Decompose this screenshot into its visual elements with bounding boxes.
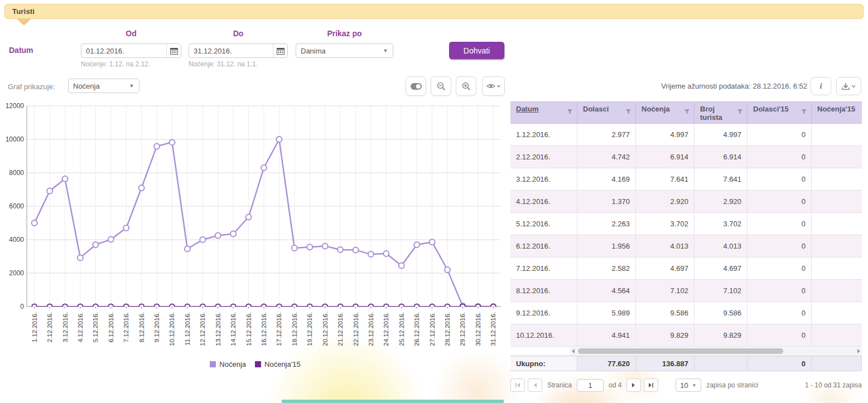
legend-item[interactable]: Noćenja'15 — [255, 360, 301, 368]
table-cell: 10.12.2016. — [510, 324, 577, 347]
svg-text:12000: 12000 — [6, 102, 24, 110]
table-row[interactable]: 8.12.2016.4.5647.1027.1020 — [510, 280, 862, 302]
first-page-button[interactable] — [510, 378, 525, 392]
table-row[interactable]: 1.12.2016.2.9774.9974.9970 — [510, 124, 862, 146]
scrollbar-track[interactable] — [570, 347, 862, 355]
table-row[interactable]: 6.12.2016.1.9564.0134.0130 — [510, 235, 862, 258]
totals-cell — [695, 356, 748, 371]
prikaz-po-value[interactable]: Danima — [296, 47, 378, 55]
legend-item[interactable]: Noćenja — [210, 360, 246, 368]
svg-text:5.12.2016.: 5.12.2016. — [92, 312, 99, 342]
svg-text:0: 0 — [20, 303, 24, 310]
table-row[interactable]: 10.12.2016.4.9419.8299.8290 — [510, 324, 862, 347]
svg-text:18.12.2016.: 18.12.2016. — [291, 312, 298, 346]
filter-funnel-icon[interactable] — [684, 109, 690, 115]
fetch-button[interactable]: Dohvati — [449, 42, 504, 59]
chart-visibility-button[interactable] — [482, 76, 505, 96]
filter-funnel-icon[interactable] — [625, 109, 631, 115]
table-cell: 4.697 — [695, 258, 748, 280]
filter-funnel-icon[interactable] — [737, 109, 743, 115]
chart-toggle-button[interactable] — [406, 76, 426, 96]
column-header-6[interactable]: Noćenja'15 — [812, 102, 862, 123]
svg-text:23.12.2016.: 23.12.2016. — [368, 312, 374, 346]
last-page-button[interactable] — [644, 378, 658, 392]
date-from-field[interactable]: 01.12.2016. — [81, 43, 181, 58]
column-header-2[interactable]: Dolasci — [577, 102, 636, 123]
table-cell: 9.586 — [695, 302, 748, 324]
table-cell: 4.697 — [636, 258, 695, 280]
next-page-button[interactable] — [626, 378, 641, 392]
table-row[interactable]: 3.12.2016.4.1697.6417.6410 — [510, 168, 862, 191]
table-cell — [812, 280, 862, 302]
scroll-right-icon[interactable] — [857, 349, 860, 353]
graf-series-select[interactable]: Noćenja ▼ — [68, 79, 139, 93]
svg-text:1.12.2016.: 1.12.2016. — [31, 312, 38, 342]
table-horizontal-scrollbar[interactable] — [510, 347, 862, 356]
page-number-input[interactable] — [577, 379, 604, 392]
table-cell: 4.941 — [577, 324, 636, 347]
table-row[interactable]: 4.12.2016.1.3702.9202.9200 — [510, 191, 862, 213]
chart-zoom-in-button[interactable] — [456, 76, 476, 96]
date-to-field[interactable]: 31.12.2016. — [189, 43, 288, 58]
table-cell: 0 — [748, 235, 812, 258]
chevron-down-icon[interactable]: ▼ — [124, 79, 139, 93]
table-cell: 0 — [748, 302, 812, 324]
column-header-3[interactable]: Noćenja — [636, 102, 695, 123]
module-header: Turisti — [4, 4, 864, 19]
table-cell: 7.641 — [695, 168, 748, 191]
table-cell — [812, 324, 862, 347]
scroll-left-icon[interactable] — [572, 349, 575, 353]
column-header-4[interactable]: Broj turista — [695, 102, 748, 123]
scrollbar-thumb[interactable] — [578, 348, 783, 354]
table-cell: 2.920 — [636, 191, 695, 213]
column-header-label[interactable]: Noćenja'15 — [817, 105, 855, 113]
table-row[interactable]: 2.12.2016.4.7426.9146.9140 — [510, 146, 862, 168]
svg-text:27.12.2016.: 27.12.2016. — [429, 312, 436, 346]
chevron-down-icon[interactable]: ▼ — [692, 383, 701, 388]
table-row[interactable]: 9.12.2016.5.9899.5869.5860 — [510, 302, 862, 324]
export-button[interactable] — [836, 77, 861, 95]
table-cell: 4.742 — [577, 146, 636, 168]
previous-page-button[interactable] — [528, 378, 542, 392]
info-button[interactable]: i — [811, 77, 831, 95]
table-cell: 4.564 — [577, 280, 636, 302]
page-size-value[interactable]: 10 — [676, 381, 692, 390]
column-header-label[interactable]: Noćenja — [642, 105, 670, 113]
chart-canvas[interactable]: 0200040006000800010000120001.12.2016.2.1… — [6, 101, 505, 359]
legend-label: Noćenja — [219, 360, 246, 368]
prikaz-po-select[interactable]: Danima ▼ — [296, 43, 393, 58]
table-row[interactable]: 7.12.2016.2.5824.6974.6970 — [510, 258, 862, 280]
zoom-in-icon — [462, 82, 471, 91]
date-to-value[interactable]: 31.12.2016. — [189, 47, 273, 55]
filter-funnel-icon[interactable] — [801, 109, 807, 115]
table-cell: 8.12.2016. — [510, 280, 577, 302]
table-cell: 4.013 — [636, 235, 695, 258]
chart-zoom-out-button[interactable] — [431, 76, 451, 96]
table-cell — [812, 235, 862, 258]
page-size-select[interactable]: 10 ▼ — [676, 378, 701, 392]
table-cell — [812, 258, 862, 280]
column-header-label[interactable]: Dolasci — [583, 105, 609, 113]
svg-text:25.12.2016.: 25.12.2016. — [398, 312, 405, 346]
table-cell: 1.956 — [577, 235, 636, 258]
table-row[interactable]: 5.12.2016.2.2633.7023.7020 — [510, 213, 862, 235]
footer-strip — [282, 400, 504, 403]
column-header-label[interactable]: Broj turista — [700, 105, 722, 122]
column-header-label[interactable]: Dolasci'15 — [753, 105, 789, 113]
date-to-calendar-button[interactable] — [273, 44, 287, 57]
column-header-1[interactable]: Datum — [510, 102, 577, 123]
filter-funnel-icon[interactable] — [567, 109, 573, 115]
column-header-label[interactable]: Datum — [516, 105, 538, 113]
zoom-out-icon — [437, 82, 446, 91]
column-header-5[interactable]: Dolasci'15 — [748, 102, 812, 123]
tab-pointer — [17, 19, 31, 26]
date-from-value[interactable]: 01.12.2016. — [81, 47, 166, 55]
do-column-label: Do — [189, 29, 288, 38]
chevron-down-icon[interactable]: ▼ — [378, 44, 393, 57]
graf-series-value[interactable]: Noćenja — [69, 82, 124, 90]
date-from-calendar-button[interactable] — [166, 44, 181, 57]
table-cell: 0 — [748, 280, 812, 302]
svg-text:7.12.2016.: 7.12.2016. — [123, 312, 129, 342]
svg-text:30.12.2016.: 30.12.2016. — [475, 312, 481, 346]
line-chart[interactable]: 0200040006000800010000120001.12.2016.2.1… — [6, 101, 505, 359]
